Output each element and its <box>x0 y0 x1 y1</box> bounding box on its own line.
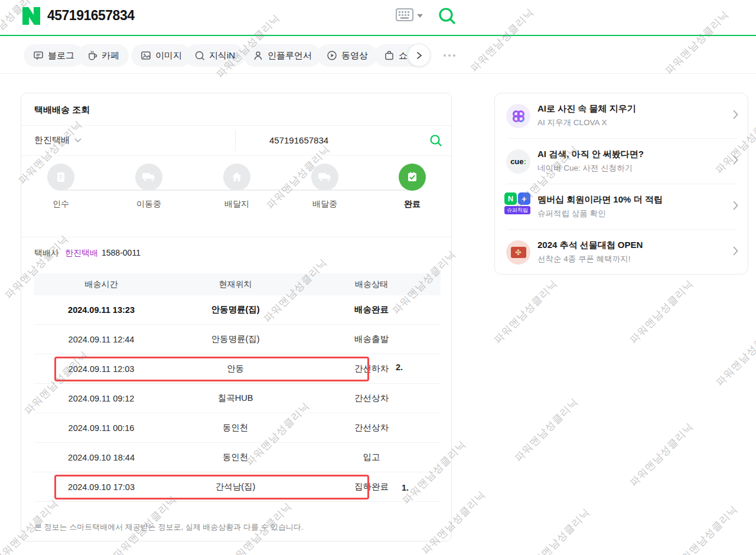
step-label: 인수 <box>34 199 87 210</box>
cell-status: 배송완료 <box>302 304 441 315</box>
search-header: 457191657834 <box>0 0 756 36</box>
tab-cafe[interactable]: 카페 <box>77 44 129 67</box>
cell-status: 간선하차 <box>302 363 441 374</box>
watermark-text: 파워맨남성클리닉 <box>491 277 561 347</box>
promo-item-cue[interactable]: cue: AI 검색, 아직 안 써봤다면? 네이버 Cue: 사전 신청하기 <box>495 139 749 184</box>
cafe-cup-icon <box>87 50 97 61</box>
naver-logo[interactable] <box>22 7 40 25</box>
search-icon <box>429 133 443 148</box>
promo-item-membership[interactable]: N + 슈퍼적립 멤버십 회원이라면 10% 더 적립 슈퍼적립 상품 확인 <box>495 184 749 230</box>
search-query-input[interactable]: 457191657834 <box>47 8 135 24</box>
tab-image[interactable]: 이미지 <box>131 44 191 67</box>
tracking-number-input[interactable] <box>269 131 417 149</box>
tabs-overflow-button[interactable] <box>408 44 431 67</box>
watermark-text: 파워맨남성클리닉 <box>627 420 696 489</box>
cell-location: 칠곡HUB <box>168 393 302 404</box>
step-label: 배달지 <box>210 199 263 210</box>
chevron-right-icon <box>733 110 738 119</box>
table-header-row: 배송시간 현재위치 배송상태 <box>34 273 441 295</box>
cell-location: 간석남(집) <box>168 481 302 492</box>
play-circle-icon <box>327 50 337 61</box>
tab-label: 카페 <box>102 50 119 61</box>
carrier-select[interactable]: 한진택배 <box>34 125 229 155</box>
divider <box>21 237 452 237</box>
tabs-more-button[interactable] <box>439 50 460 61</box>
promo-item-chuseok[interactable]: ✤ 2024 추석 선물대첩 OPEN 선착순 4종 쿠폰 혜택까지! <box>495 230 749 275</box>
tracking-search-button[interactable] <box>429 133 443 148</box>
chevron-right-icon <box>733 201 738 210</box>
step-label: 완료 <box>386 199 439 210</box>
tracking-history-table: 배송시간 현재위치 배송상태 2024.09.11 13:23 안동명륜(집) … <box>34 273 441 502</box>
watermark-text: 파워맨남성클리닉 <box>671 502 741 555</box>
cell-time: 2024.09.11 13:23 <box>34 305 168 315</box>
promo-title: 멤버십 회원이라면 10% 더 적립 <box>537 194 663 205</box>
carrier-info: 택배사한진택배1588-0011 <box>34 248 141 259</box>
table-row: 2024.09.10 18:44 동인천 입고 <box>34 443 441 472</box>
truck-icon <box>142 172 156 182</box>
chevron-right-icon <box>416 51 423 60</box>
cell-status: 간선상차 <box>302 422 441 433</box>
tab-video[interactable]: 동영상 <box>317 44 377 67</box>
table-row-highlighted: 2024.09.11 12:03 안동 간선하차 2. <box>34 354 441 384</box>
cell-time: 2024.09.11 00:16 <box>34 423 168 433</box>
tab-kin[interactable]: 지식iN <box>185 44 245 67</box>
blog-icon <box>33 50 44 61</box>
promo-subtitle: 선착순 4종 쿠폰 혜택까지! <box>537 254 631 265</box>
cell-location: 안동명륜(집) <box>168 334 302 345</box>
watermark-text: 파워맨남성클리닉 <box>713 319 756 389</box>
tab-influencer[interactable]: 인플루언서 <box>243 44 321 67</box>
keyboard-input-button[interactable] <box>396 8 424 26</box>
step-out-for-delivery: 배달중 <box>298 164 351 210</box>
tracking-search-row: 한진택배 <box>21 125 452 155</box>
cell-time: 2024.09.11 09:12 <box>34 394 168 403</box>
tab-label: 이미지 <box>155 50 182 61</box>
disclaimer-text: 본 정보는 스마트택배에서 제공받는 정보로, 실제 배송상황과 다를 수 있습… <box>34 522 304 533</box>
step-label: 이동중 <box>122 199 175 210</box>
parcel-tracking-card: 택배배송 조회 한진택배 <box>21 93 452 541</box>
carrier-link[interactable]: 한진택배 <box>65 248 98 257</box>
chevron-right-icon <box>733 246 738 256</box>
promo-sidebar-card: AI로 사진 속 물체 지우기 AI 지우개 CLOVA X cue: AI 검… <box>494 93 748 275</box>
cell-time: 2024.09.11 12:03 <box>34 364 168 374</box>
chuseok-gift-icon: ✤ <box>506 240 530 265</box>
highlight-annotation: 1. <box>402 483 409 492</box>
person-icon <box>253 50 263 61</box>
step-label: 배달중 <box>298 199 351 210</box>
tab-label: 동영상 <box>341 50 368 61</box>
tab-blog[interactable]: 블로그 <box>24 44 84 67</box>
chevron-down-icon <box>74 138 82 143</box>
naver-n-icon <box>22 7 40 25</box>
cell-status: 집하완료 <box>302 481 441 492</box>
watermark-text: 파워맨남성클리닉 <box>627 277 696 347</box>
more-dots-icon <box>444 54 446 57</box>
cell-location: 안동 <box>168 363 302 374</box>
house-icon <box>231 171 243 183</box>
kin-icon <box>194 50 205 61</box>
col-header-location: 현재위치 <box>168 279 302 290</box>
carrier-info-label: 택배사 <box>34 248 59 257</box>
col-header-status: 배송상태 <box>302 279 441 290</box>
cell-status: 입고 <box>302 452 441 463</box>
divider <box>235 130 236 151</box>
watermark-text: 파워맨남성클리닉 <box>523 505 593 555</box>
table-row: 2024.09.11 00:16 동인천 간선상차 <box>34 413 441 443</box>
promo-item-clova[interactable]: AI로 사진 속 물체 지우기 AI 지우개 CLOVA X <box>495 93 749 139</box>
table-row-highlighted: 2024.09.10 17:03 간석남(집) 집하완료 1. <box>34 472 441 502</box>
shopping-bag-icon <box>384 50 395 61</box>
table-row: 2024.09.11 13:23 안동명륜(집) 배송완료 <box>34 295 441 325</box>
card-title: 택배배송 조회 <box>34 105 90 116</box>
membership-nplus-icon: N + 슈퍼적립 <box>504 192 533 221</box>
search-button[interactable] <box>437 6 457 26</box>
clipboard-check-icon <box>406 171 418 183</box>
search-icon <box>437 6 457 26</box>
cue-logo-icon: cue: <box>506 149 530 174</box>
highlight-annotation: 2. <box>396 363 403 372</box>
receipt-icon <box>55 171 67 183</box>
carrier-select-value: 한진택배 <box>34 135 70 146</box>
promo-subtitle: AI 지우개 CLOVA X <box>537 117 607 128</box>
watermark-text: 파워맨남성클리닉 <box>511 395 581 465</box>
promo-subtitle: 네이버 Cue: 사전 신청하기 <box>537 163 633 174</box>
delivery-progress: 인수 이동중 <box>21 155 452 237</box>
promo-title: AI 검색, 아직 안 써봤다면? <box>537 149 644 160</box>
promo-title: 2024 추석 선물대첩 OPEN <box>537 240 643 251</box>
